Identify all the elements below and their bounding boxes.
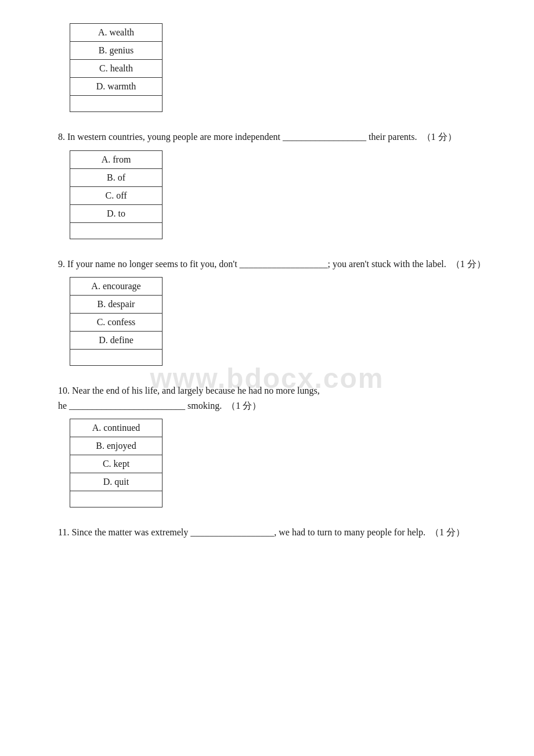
option-row: B. despair bbox=[70, 296, 163, 314]
empty-row bbox=[70, 96, 163, 112]
question-9-score: （1 分） bbox=[451, 259, 486, 269]
empty-row bbox=[70, 222, 163, 239]
option-row: C. off bbox=[70, 186, 163, 204]
empty-row bbox=[70, 491, 163, 507]
option-b[interactable]: B. genius bbox=[70, 42, 163, 60]
option-c[interactable]: C. confess bbox=[70, 314, 163, 332]
option-d[interactable]: D. quit bbox=[70, 473, 163, 491]
option-c[interactable]: C. off bbox=[70, 186, 163, 204]
option-a[interactable]: A. encourage bbox=[70, 278, 163, 296]
option-row: B. genius bbox=[70, 42, 163, 60]
options-table-q10: A. continued B. enjoyed C. kept D. quit bbox=[70, 419, 163, 507]
option-row: C. health bbox=[70, 60, 163, 78]
option-d[interactable]: D. define bbox=[70, 332, 163, 350]
question-8-block: 8. In western countries, young people ar… bbox=[35, 129, 499, 239]
question-9-content: 9. If your name no longer seems to fit y… bbox=[58, 259, 486, 269]
option-row: C. confess bbox=[70, 314, 163, 332]
option-b[interactable]: B. despair bbox=[70, 296, 163, 314]
empty-row bbox=[70, 350, 163, 366]
question-11-score: （1 分） bbox=[430, 527, 465, 537]
option-row: A. continued bbox=[70, 419, 163, 437]
question-10-text: 10. Near the end of his life, and largel… bbox=[35, 383, 499, 413]
question-10-block: 10. Near the end of his life, and largel… bbox=[35, 383, 499, 507]
question-8-score: （1 分） bbox=[422, 132, 457, 142]
option-a[interactable]: A. continued bbox=[70, 419, 163, 437]
question-7-block: A. wealth B. genius C. health D. warmth bbox=[35, 23, 499, 112]
option-row: A. encourage bbox=[70, 278, 163, 296]
option-d[interactable]: D. to bbox=[70, 204, 163, 222]
question-10-line1: 10. Near the end of his life, and largel… bbox=[58, 386, 320, 395]
option-row: D. to bbox=[70, 204, 163, 222]
question-11-content: 11. Since the matter was extremely _____… bbox=[58, 527, 465, 537]
question-10-line2: he _________________________ smoking. bbox=[58, 401, 222, 411]
options-table-q9: A. encourage B. despair C. confess D. de… bbox=[70, 277, 163, 366]
option-c[interactable]: C. kept bbox=[70, 455, 163, 473]
option-a[interactable]: A. from bbox=[70, 150, 163, 168]
option-row: C. kept bbox=[70, 455, 163, 473]
option-row: B. enjoyed bbox=[70, 437, 163, 455]
question-8-text: 8. In western countries, young people ar… bbox=[35, 129, 499, 145]
question-9-block: 9. If your name no longer seems to fit y… bbox=[35, 257, 499, 366]
question-8-content: 8. In western countries, young people ar… bbox=[58, 132, 457, 142]
options-table-q8: A. from B. of C. off D. to bbox=[70, 150, 163, 239]
option-row: B. of bbox=[70, 168, 163, 186]
option-row: A. wealth bbox=[70, 24, 163, 42]
option-row: D. define bbox=[70, 332, 163, 350]
option-a[interactable]: A. wealth bbox=[70, 24, 163, 42]
option-row: D. warmth bbox=[70, 78, 163, 96]
option-row: D. quit bbox=[70, 473, 163, 491]
question-11-text: 11. Since the matter was extremely _____… bbox=[35, 525, 499, 540]
option-d[interactable]: D. warmth bbox=[70, 78, 163, 96]
question-9-text: 9. If your name no longer seems to fit y… bbox=[35, 257, 499, 272]
option-row: A. from bbox=[70, 150, 163, 168]
question-11-block: 11. Since the matter was extremely _____… bbox=[35, 525, 499, 540]
options-table-q7: A. wealth B. genius C. health D. warmth bbox=[70, 23, 163, 112]
option-b[interactable]: B. of bbox=[70, 168, 163, 186]
option-c[interactable]: C. health bbox=[70, 60, 163, 78]
option-b[interactable]: B. enjoyed bbox=[70, 437, 163, 455]
question-10-score: （1 分） bbox=[226, 401, 261, 411]
